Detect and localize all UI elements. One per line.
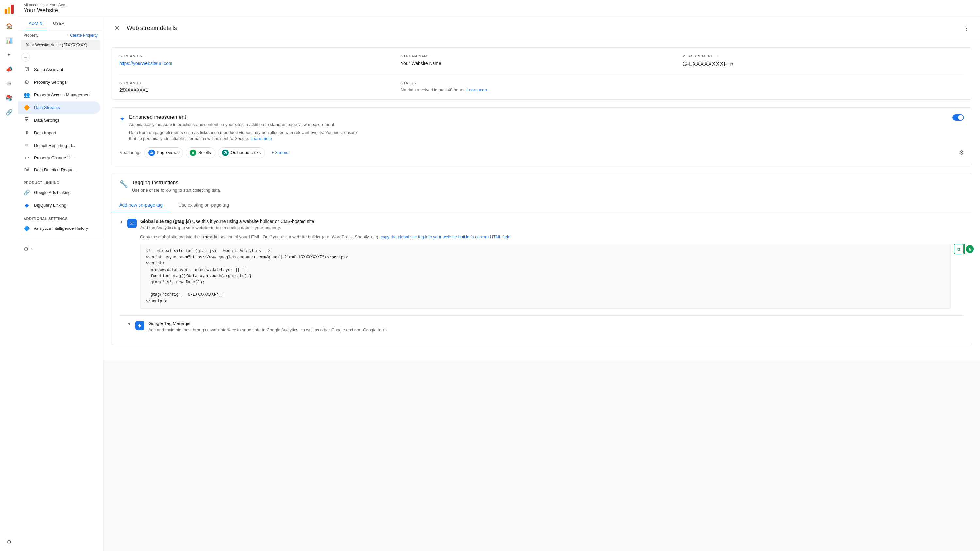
nav-home-icon[interactable]: 🏠 — [3, 20, 16, 33]
nav-library-icon[interactable]: 📚 — [3, 91, 16, 105]
stream-url-value: https://yourwebsiteurl.com — [119, 61, 393, 66]
setup-assistant-icon: ☑ — [24, 66, 30, 73]
sidebar-item-property-change[interactable]: ↩ Property Change Hi... — [18, 151, 100, 164]
gtm-icon: ◆ — [135, 321, 145, 330]
outbound-clicks-dot — [222, 149, 229, 156]
tab-user[interactable]: USER — [48, 17, 70, 30]
code-block-row: <!-- Global site tag (gtag.js) - Google … — [140, 244, 964, 309]
sidebar-item-bigquery[interactable]: ◆ BigQuery Linking — [18, 199, 100, 211]
stream-info-row-1: STREAM URL https://yourwebsiteurl.com ST… — [111, 48, 972, 74]
top-header: All accounts > Your Acc... Your Website — [18, 0, 980, 17]
data-deletion-label: Data Deletion Reque... — [34, 167, 77, 172]
stream-name-value: Your Website Name — [401, 61, 675, 66]
modal-close-button[interactable]: ✕ — [111, 22, 123, 34]
breadcrumb-all-accounts[interactable]: All accounts — [24, 3, 45, 7]
property-settings-icon: ⚙ — [24, 79, 30, 85]
measurement-id-label: MEASUREMENT ID — [682, 54, 956, 58]
sidebar-item-data-settings[interactable]: 🗄 Data Settings — [18, 114, 100, 126]
bigquery-icon: ◆ — [24, 202, 30, 208]
tab-add-new-tag[interactable]: Add new on-page tag — [111, 198, 170, 212]
gtm-expand-icon[interactable]: ▼ — [127, 322, 131, 326]
create-property-button[interactable]: + Create Property — [67, 33, 98, 38]
measurement-id-value: G-LXXXXXXXXF — [682, 61, 727, 68]
breadcrumb-account[interactable]: Your Acc... — [50, 3, 68, 7]
analytics-intelligence-label: Analytics Intelligence History — [34, 226, 88, 231]
enhanced-measurement-card: ✦ Enhanced measurement Automatically mea… — [111, 107, 972, 165]
measurement-id-copy-icon[interactable]: ⧉ — [730, 61, 733, 67]
modal-overlay: ✕ Web stream details ⋮ STREAM URL https:… — [103, 17, 980, 361]
modal-more-button[interactable]: ⋮ — [960, 22, 972, 34]
svg-rect-0 — [5, 9, 7, 14]
step-number: 6 — [966, 245, 974, 253]
status-learn-more-link[interactable]: Learn more — [467, 87, 488, 92]
content-wrapper: ADMIN USER Property + Create Property Yo… — [18, 17, 980, 551]
nav-integrations-icon[interactable]: 🔗 — [3, 106, 16, 119]
code-block: <!-- Global site tag (gtag.js) - Google … — [140, 244, 951, 309]
global-site-tag-header: ▲ 🏷 Global site tag (gtag.js) Use this i… — [119, 219, 964, 231]
scrolls-pill[interactable]: Scrolls — [186, 147, 215, 158]
nav-admin-icon[interactable]: ⚙ — [3, 535, 16, 548]
page-views-pill[interactable]: Page views — [144, 147, 183, 158]
enhanced-measurement-title: Enhanced measurement — [129, 114, 358, 120]
nav-reports-icon[interactable]: 📊 — [3, 34, 16, 47]
measurement-id-row: G-LXXXXXXXXF ⧉ — [682, 61, 956, 68]
more-measuring-link[interactable]: + 3 more — [267, 148, 293, 157]
enhanced-measurement-learn-more[interactable]: Learn more — [250, 136, 272, 141]
sidebar-item-google-ads[interactable]: 🔗 Google Ads Linking — [18, 186, 100, 199]
global-site-tag-desc: Add the Analytics tag to your website to… — [140, 225, 314, 231]
enhanced-measurement-title-area: ✦ Enhanced measurement Automatically mea… — [119, 114, 358, 142]
copy-code-button[interactable]: ⧉ — [953, 244, 964, 254]
settings-gear-icon: ⚙ — [24, 246, 29, 252]
global-site-tag-title: Global site tag (gtag.js) Use this if yo… — [140, 219, 314, 224]
tagging-header: 🔧 Tagging Instructions Use one of the fo… — [111, 173, 972, 199]
data-settings-icon: 🗄 — [24, 117, 30, 123]
tagging-wrench-icon: 🔧 — [119, 180, 128, 188]
tab-existing-tag[interactable]: Use existing on-page tag — [170, 198, 237, 212]
tagging-instructions-card: 🔧 Tagging Instructions Use one of the fo… — [111, 173, 972, 345]
stream-url-cell: STREAM URL https://yourwebsiteurl.com — [119, 54, 401, 68]
sidebar-item-setup-assistant[interactable]: ☑ Setup Assistant — [18, 63, 100, 76]
tab-admin[interactable]: ADMIN — [24, 17, 48, 30]
additional-settings-label: ADDITIONAL SETTINGS — [18, 211, 103, 222]
sidebar-item-property-access[interactable]: 👥 Property Access Management — [18, 89, 100, 101]
sidebar-item-analytics-intelligence[interactable]: 🔷 Analytics Intelligence History — [18, 222, 100, 235]
data-import-label: Data Import — [34, 130, 56, 135]
stream-name-label: STREAM NAME — [401, 54, 675, 58]
global-site-tag-expand-icon[interactable]: ▲ — [119, 219, 124, 224]
enhanced-measurement-icon: ✦ — [119, 115, 125, 123]
property-access-icon: 👥 — [24, 92, 30, 98]
property-sidebar: ADMIN USER Property + Create Property Yo… — [18, 17, 103, 551]
gtm-title: Google Tag Manager — [148, 321, 388, 326]
outbound-clicks-label: Outbound clicks — [231, 150, 261, 155]
property-label: Property — [24, 33, 38, 38]
page-views-label: Page views — [157, 150, 178, 155]
instruction-link[interactable]: copy the global site tag into your websi… — [380, 234, 510, 239]
back-button[interactable]: ← — [21, 52, 30, 62]
sidebar-item-data-import[interactable]: ⬆ Data Import — [18, 126, 100, 139]
modal-title-row: ✕ Web stream details — [111, 22, 177, 34]
main-area: All accounts > Your Acc... Your Website … — [18, 0, 980, 551]
modal-title: Web stream details — [127, 25, 177, 32]
nav-explore-icon[interactable]: ✦ — [3, 48, 16, 61]
measuring-settings-icon[interactable]: ⚙ — [959, 149, 964, 156]
sidebar-item-property-settings[interactable]: ⚙ Property Settings — [18, 76, 100, 89]
enhanced-measurement-toggle[interactable] — [952, 114, 964, 121]
data-streams-icon: 🔶 — [24, 105, 30, 111]
step-line — [964, 244, 965, 254]
main-panel: ✕ Web stream details ⋮ STREAM URL https:… — [103, 17, 980, 551]
tagging-title-area: Tagging Instructions Use one of the foll… — [132, 180, 221, 194]
global-site-tag-body: Copy the global site tag into the <head>… — [119, 234, 964, 309]
sidebar-item-default-reporting[interactable]: ≡ Default Reporting Id... — [18, 139, 100, 151]
sidebar-item-data-streams[interactable]: 🔶 Data Streams — [18, 101, 100, 114]
outbound-clicks-pill[interactable]: Outbound clicks — [218, 147, 265, 158]
analytics-intelligence-icon: 🔷 — [24, 225, 30, 232]
product-linking-section-label: PRODUCT LINKING — [18, 176, 103, 186]
scrolls-label: Scrolls — [198, 150, 211, 155]
status-label: STATUS — [401, 81, 675, 85]
nav-advertising-icon[interactable]: 📣 — [3, 63, 16, 76]
nav-configure-icon[interactable]: ⚙ — [3, 77, 16, 90]
measuring-label: Measuring: — [119, 150, 140, 155]
status-value: No data received in past 48 hours. Learn… — [401, 87, 675, 92]
global-site-tag-title-suffix: Use this if you're using a website build… — [192, 219, 314, 224]
sidebar-item-data-deletion[interactable]: Dd Data Deletion Reque... — [18, 164, 100, 176]
